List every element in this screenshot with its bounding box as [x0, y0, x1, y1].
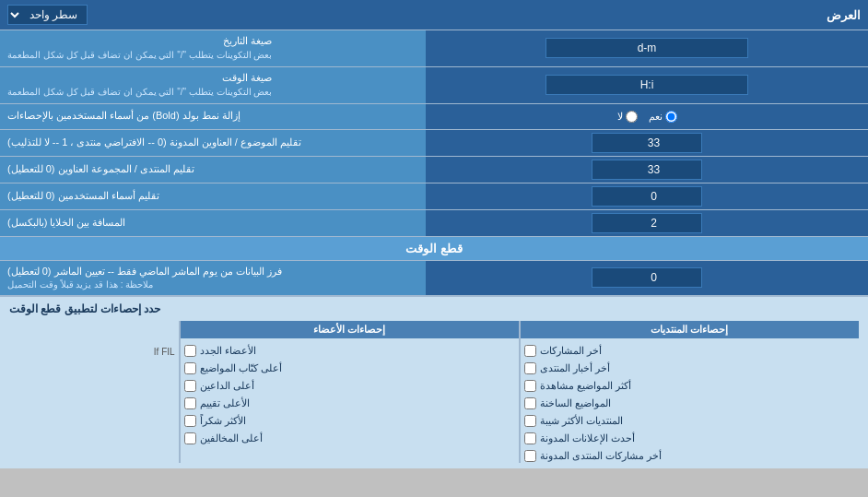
- forum-trim-title: تقليم المنتدى / المجموعة العناوين (0 للت…: [7, 162, 194, 176]
- date-format-input-area: [426, 30, 868, 66]
- time-format-label: صيغة الوقت بعض التكوينات يتطلب "/" التي …: [0, 67, 426, 103]
- bold-no-text: لا: [617, 111, 623, 123]
- checkbox-item: أعلى المخالفين: [181, 432, 519, 445]
- time-cut-note: ملاحظة : هذا قد يزيد قبلاً وقت التحميل: [7, 278, 153, 291]
- forum-trim-input[interactable]: [592, 160, 702, 180]
- bold-remove-label: إزالة نمط بولد (Bold) من أسماء المستخدمي…: [0, 104, 426, 129]
- time-cut-title: قطع الوقت: [405, 242, 463, 255]
- forum-stats-col: إحصاءات المنتديات أخر المشاركات أخر أخبا…: [521, 321, 859, 463]
- checkbox-label-m6: أعلى المخالفين: [200, 432, 263, 444]
- username-trim-label: تقليم أسماء المستخدمين (0 للتعطيل): [0, 183, 426, 209]
- member-stats-col: إحصاءات الأعضاء الأعضاء الجدد أعلى كتّاب…: [181, 321, 519, 463]
- checkboxes-header: حدد إحصاءات لتطبيق قطع الوقت: [9, 302, 859, 315]
- checkbox-forum-news[interactable]: [524, 362, 536, 374]
- topic-trim-input-area: [426, 130, 868, 156]
- display-mode-select[interactable]: سطر واحد سطرين ثلاثة أسطر: [7, 5, 88, 25]
- time-format-title: صيغة الوقت: [7, 71, 272, 85]
- date-format-row: صيغة التاريخ بعض التكوينات يتطلب "/" الت…: [0, 30, 868, 67]
- checkbox-most-thanked[interactable]: [184, 415, 196, 427]
- bold-radio-yes-label[interactable]: نعم: [649, 111, 677, 123]
- time-format-row: صيغة الوقت بعض التكوينات يتطلب "/" التي …: [0, 67, 868, 104]
- bold-radio-no-label[interactable]: لا: [617, 111, 638, 123]
- bold-radio-yes[interactable]: [665, 111, 677, 123]
- time-format-sublabel: بعض التكوينات يتطلب "/" التي يمكن ان تضا…: [7, 87, 272, 97]
- topic-trim-input[interactable]: [592, 133, 702, 153]
- header-label: العرض: [827, 8, 861, 22]
- checkbox-label-m4: الأعلى تقييم: [200, 397, 250, 409]
- checkbox-item: الأعضاء الجدد: [181, 344, 519, 358]
- username-trim-input-area: [426, 183, 868, 209]
- checkbox-label-m3: أعلى الداعين: [200, 380, 254, 392]
- forum-stats-col-header: إحصاءات المنتديات: [521, 321, 859, 338]
- checkbox-item: أعلى كتّاب المواضيع: [181, 361, 519, 375]
- checkbox-label-m2: أعلى كتّاب المواضيع: [200, 362, 282, 374]
- checkbox-item: أخر المشاركات: [521, 344, 859, 358]
- time-cut-input[interactable]: [592, 267, 702, 288]
- checkbox-latest-announcements[interactable]: [524, 432, 536, 444]
- forum-trim-label: تقليم المنتدى / المجموعة العناوين (0 للت…: [0, 157, 426, 183]
- member-stats-col-header: إحصاءات الأعضاء: [181, 321, 519, 338]
- bold-yes-text: نعم: [649, 111, 663, 123]
- checkbox-item: أكثر المواضيع مشاهدة: [521, 379, 859, 393]
- checkbox-top-topic-writers[interactable]: [184, 362, 196, 374]
- main-container: العرض سطر واحد سطرين ثلاثة أسطر صيغة الت…: [0, 0, 868, 468]
- col-divider-2: [179, 321, 181, 463]
- checkbox-label-6: أحدث الإعلانات المدونة: [540, 432, 635, 444]
- checkbox-label-m1: الأعضاء الجدد: [200, 345, 256, 357]
- checkbox-label-1: أخر المشاركات: [540, 345, 602, 357]
- time-cut-row-title: فرز البيانات من يوم الماشر الماضي فقط --…: [7, 265, 282, 278]
- checkbox-top-violators[interactable]: [184, 432, 196, 444]
- checkbox-last-posts[interactable]: [524, 345, 536, 357]
- col-divider: [519, 321, 521, 463]
- bold-radio-group: نعم لا: [617, 111, 677, 123]
- topic-trim-label: تقليم الموضوع / العناوين المدونة (0 -- ا…: [0, 130, 426, 156]
- cell-spacing-row: المسافة بين الخلايا (بالبكسل): [0, 210, 868, 237]
- time-format-input[interactable]: [545, 75, 748, 95]
- checkbox-most-popular-forums[interactable]: [524, 415, 536, 427]
- checkbox-item: أخر مشاركات المنتدى المدونة: [521, 449, 859, 463]
- username-trim-title: تقليم أسماء المستخدمين (0 للتعطيل): [7, 189, 159, 203]
- checkboxes-columns: إحصاءات المنتديات أخر المشاركات أخر أخبا…: [9, 321, 859, 463]
- time-cut-row: فرز البيانات من يوم الماشر الماضي فقط --…: [0, 261, 868, 296]
- if-fil-text: If FIL: [9, 343, 179, 361]
- cell-spacing-label: المسافة بين الخلايا (بالبكسل): [0, 210, 426, 236]
- bold-remove-row: نعم لا إزالة نمط بولد (Bold) من أسماء ال…: [0, 104, 868, 130]
- checkbox-item: أعلى الداعين: [181, 379, 519, 393]
- time-format-input-area: [426, 67, 868, 103]
- extra-col: - If FIL: [9, 321, 179, 463]
- checkbox-label-5: المنتديات الأكثر شيبة: [540, 415, 623, 427]
- checkbox-hot-topics[interactable]: [524, 397, 536, 409]
- forum-trim-input-area: [426, 157, 868, 183]
- checkbox-top-inviters[interactable]: [184, 380, 196, 392]
- checkbox-label-4: المواضيع الساخنة: [540, 397, 611, 409]
- checkbox-item: الأعلى تقييم: [181, 396, 519, 410]
- checkbox-item: المواضيع الساخنة: [521, 396, 859, 410]
- date-format-label: صيغة التاريخ بعض التكوينات يتطلب "/" الت…: [0, 30, 426, 66]
- checkbox-last-forum-posts[interactable]: [524, 450, 536, 462]
- username-trim-input[interactable]: [592, 186, 702, 207]
- checkboxes-header-label: حدد إحصاءات لتطبيق قطع الوقت: [9, 302, 160, 315]
- bold-remove-input-area: نعم لا: [426, 104, 868, 129]
- checkbox-label-2: أخر أخبار المنتدى: [540, 362, 610, 374]
- bold-remove-title: إزالة نمط بولد (Bold) من أسماء المستخدمي…: [7, 109, 240, 123]
- time-cut-label: فرز البيانات من يوم الماشر الماضي فقط --…: [0, 261, 426, 295]
- topic-trim-row: تقليم الموضوع / العناوين المدونة (0 -- ا…: [0, 130, 868, 157]
- topic-trim-title: تقليم الموضوع / العناوين المدونة (0 -- ا…: [7, 136, 301, 149]
- username-trim-row: تقليم أسماء المستخدمين (0 للتعطيل): [0, 183, 868, 210]
- date-format-sublabel: بعض التكوينات يتطلب "/" التي يمكن ان تضا…: [7, 50, 272, 60]
- cell-spacing-input-area: [426, 210, 868, 236]
- checkbox-label-m5: الأكثر شكراً: [200, 415, 246, 427]
- checkboxes-section: حدد إحصاءات لتطبيق قطع الوقت إحصاءات الم…: [0, 296, 868, 468]
- checkbox-top-rated[interactable]: [184, 397, 196, 409]
- checkbox-item: أخر أخبار المنتدى: [521, 361, 859, 375]
- time-cut-section-header: قطع الوقت: [0, 237, 868, 261]
- cell-spacing-title: المسافة بين الخلايا (بالبكسل): [7, 216, 126, 230]
- date-format-input[interactable]: [545, 38, 748, 58]
- forum-trim-row: تقليم المنتدى / المجموعة العناوين (0 للت…: [0, 157, 868, 183]
- checkbox-new-members[interactable]: [184, 345, 196, 357]
- checkbox-most-viewed[interactable]: [524, 380, 536, 392]
- checkbox-label-7: أخر مشاركات المنتدى المدونة: [540, 450, 662, 462]
- cell-spacing-input[interactable]: [592, 213, 702, 233]
- time-cut-input-area: [426, 261, 868, 295]
- bold-radio-no[interactable]: [626, 111, 638, 123]
